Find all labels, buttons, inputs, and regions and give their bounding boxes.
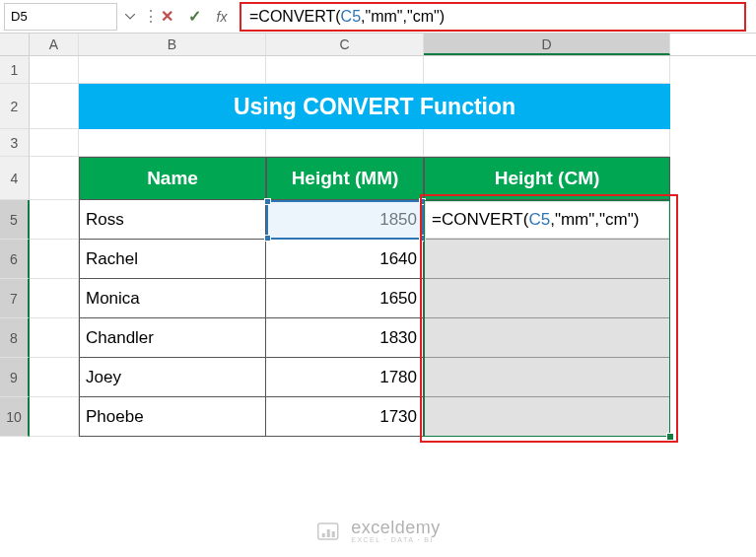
cell-A9[interactable] (30, 358, 79, 397)
cell-B7[interactable]: Monica (79, 279, 266, 318)
title-banner[interactable]: Using CONVERT Function (79, 84, 670, 129)
cell-D6[interactable] (424, 240, 670, 279)
cell-A2[interactable] (30, 84, 79, 129)
cell-D5[interactable] (424, 200, 670, 240)
cell-D1[interactable] (424, 56, 670, 84)
cell-A10[interactable] (30, 397, 79, 437)
insert-function-button[interactable]: fx (208, 3, 236, 31)
x-icon: ✕ (161, 7, 173, 26)
watermark-logo: exceldemy EXCEL · DATA · BI (315, 519, 441, 543)
header-height-cm[interactable]: Height (CM) (424, 157, 670, 200)
cell-C9[interactable]: 1780 (266, 358, 424, 397)
row-header-9[interactable]: 9 (0, 358, 30, 397)
column-header-C[interactable]: C (266, 34, 424, 55)
header-height-mm[interactable]: Height (MM) (266, 157, 424, 200)
column-header-B[interactable]: B (79, 34, 266, 55)
cell-C5[interactable]: 1850 (266, 200, 424, 240)
cell-C3[interactable] (266, 129, 424, 157)
fx-icon: fx (217, 9, 228, 25)
row-header-6[interactable]: 6 (0, 240, 30, 279)
cell-B10[interactable]: Phoebe (79, 397, 266, 437)
watermark-title: exceldemy (351, 519, 441, 536)
cell-B6[interactable]: Rachel (79, 240, 266, 279)
name-box[interactable]: D5 (4, 3, 117, 31)
column-header-D[interactable]: D (424, 34, 670, 55)
cell-A1[interactable] (30, 56, 79, 84)
cell-B9[interactable]: Joey (79, 358, 266, 397)
column-header-A[interactable]: A (30, 34, 79, 55)
svg-rect-1 (321, 533, 324, 537)
name-box-value: D5 (11, 9, 28, 24)
title-text: Using CONVERT Function (234, 94, 515, 120)
cell-B8[interactable]: Chandler (79, 318, 266, 358)
select-all-cell[interactable] (0, 34, 30, 55)
cell-B3[interactable] (79, 129, 266, 157)
row-header-1[interactable]: 1 (0, 56, 30, 84)
svg-rect-2 (326, 529, 329, 537)
svg-rect-3 (331, 531, 334, 537)
spreadsheet-grid: 1 2 Using CONVERT Function 3 4 Name Heig… (0, 56, 756, 437)
cell-A3[interactable] (30, 129, 79, 157)
exceldemy-icon (315, 520, 343, 543)
formula-input[interactable]: =CONVERT(C5,"mm","cm") (240, 2, 746, 32)
cell-D3[interactable] (424, 129, 670, 157)
cell-C7[interactable]: 1650 (266, 279, 424, 318)
formula-text: =CONVERT(C5,"mm","cm") (249, 8, 445, 26)
row-header-4[interactable]: 4 (0, 157, 30, 200)
cell-A8[interactable] (30, 318, 79, 358)
column-headers: A B C D (0, 34, 756, 56)
row-header-7[interactable]: 7 (0, 279, 30, 318)
cell-D7[interactable] (424, 279, 670, 318)
cell-C6[interactable]: 1640 (266, 240, 424, 279)
chevron-down-icon (125, 14, 135, 20)
cell-B1[interactable] (79, 56, 266, 84)
check-icon: ✓ (188, 7, 201, 26)
formula-bar: D5 ⋮ ✕ ✓ fx =CONVERT(C5,"mm","cm") (0, 0, 756, 34)
cancel-button[interactable]: ✕ (153, 3, 180, 31)
enter-button[interactable]: ✓ (180, 3, 208, 31)
cell-A7[interactable] (30, 279, 79, 318)
divider: ⋮ (143, 7, 149, 26)
fill-handle[interactable] (666, 433, 674, 441)
row-header-5[interactable]: 5 (0, 200, 30, 240)
row-header-2[interactable]: 2 (0, 84, 30, 129)
cell-D9[interactable] (424, 358, 670, 397)
cell-D10[interactable] (424, 397, 670, 437)
watermark-subtitle: EXCEL · DATA · BI (351, 536, 441, 543)
cell-C1[interactable] (266, 56, 424, 84)
cell-C8[interactable]: 1830 (266, 318, 424, 358)
cell-B5[interactable]: Ross (79, 200, 266, 240)
cell-A4[interactable] (30, 157, 79, 200)
row-header-3[interactable]: 3 (0, 129, 30, 157)
cell-C10[interactable]: 1730 (266, 397, 424, 437)
cell-A5[interactable] (30, 200, 79, 240)
row-header-8[interactable]: 8 (0, 318, 30, 358)
cell-A6[interactable] (30, 240, 79, 279)
name-box-dropdown[interactable] (121, 14, 139, 20)
row-header-10[interactable]: 10 (0, 397, 30, 437)
header-name[interactable]: Name (79, 157, 266, 200)
cell-D8[interactable] (424, 318, 670, 358)
